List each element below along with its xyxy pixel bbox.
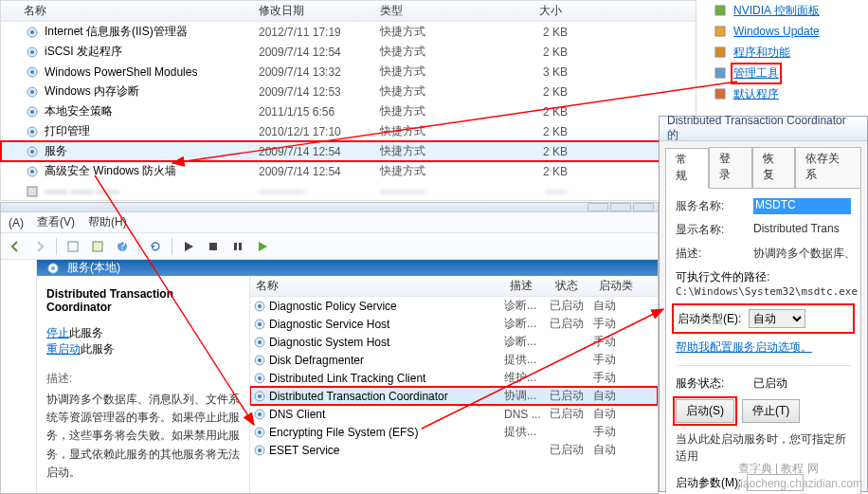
- svg-point-34: [258, 304, 262, 308]
- cpanel-link[interactable]: Windows Update: [733, 25, 820, 38]
- gcol-status[interactable]: 状态: [550, 278, 593, 294]
- menu-action[interactable]: (A): [9, 216, 24, 229]
- menu-help[interactable]: 帮助(H): [88, 214, 127, 230]
- cpanel-link[interactable]: 程序和功能: [733, 45, 790, 61]
- startup-type-select[interactable]: 自动: [749, 309, 805, 328]
- gear-icon: [250, 426, 269, 439]
- play-icon[interactable]: [178, 236, 199, 257]
- service-name: Disk Defragmenter: [269, 354, 504, 367]
- file-name: 本地安全策略: [45, 103, 259, 119]
- start-button[interactable]: 启动(S): [676, 399, 734, 423]
- service-status: 已启动: [550, 442, 593, 458]
- close-button[interactable]: [633, 203, 654, 211]
- stop-icon[interactable]: [203, 236, 224, 257]
- file-row[interactable]: 打印管理2010/12/1 17:10快捷方式2 KB: [1, 121, 696, 141]
- back-icon[interactable]: [5, 236, 26, 257]
- svg-rect-23: [93, 242, 102, 251]
- svg-marker-26: [185, 242, 193, 251]
- service-name: Diagnostic Service Host: [269, 318, 504, 331]
- maximize-button[interactable]: [610, 203, 631, 211]
- refresh-icon[interactable]: [145, 236, 166, 257]
- service-status: 已启动: [550, 316, 593, 332]
- tab-logon[interactable]: 登录: [709, 147, 752, 188]
- service-name: Diagnostic Policy Service: [269, 300, 504, 313]
- file-type: 快捷方式: [380, 64, 492, 80]
- svg-point-46: [258, 412, 262, 416]
- service-desc: 提供...: [504, 424, 550, 440]
- pause-icon[interactable]: [227, 236, 248, 257]
- explorer-window: 名称 修改日期 类型 大小 Internet 信息服务(IIS)管理器2012/…: [0, 0, 696, 201]
- service-desc: 诊断...: [504, 298, 550, 314]
- file-row[interactable]: Windows 内存诊断2009/7/14 12:53快捷方式2 KB: [1, 82, 696, 101]
- col-type[interactable]: 类型: [380, 3, 492, 19]
- export-icon[interactable]: [87, 236, 108, 257]
- file-row[interactable]: 本地安全策略2011/1/15 6:56快捷方式2 KB: [1, 101, 696, 121]
- secpol-icon: [24, 104, 41, 119]
- col-size[interactable]: 大小: [492, 3, 568, 19]
- file-row[interactable]: 高级安全 Windows 防火墙2009/7/14 12:54快捷方式2 KB: [1, 161, 696, 181]
- cpanel-item[interactable]: 管理工具: [707, 63, 868, 83]
- service-row[interactable]: DNS ClientDNS ...已启动自动: [250, 405, 658, 423]
- svg-rect-16: [27, 187, 37, 196]
- gear-icon: [250, 300, 269, 313]
- restart-service-link[interactable]: 重启动: [46, 342, 81, 356]
- forward-icon[interactable]: [29, 236, 50, 257]
- help-link[interactable]: 帮助我配置服务启动选项。: [676, 340, 812, 354]
- dialog-title: Distributed Transaction Coordinator 的: [660, 117, 867, 141]
- col-date[interactable]: 修改日期: [259, 3, 380, 19]
- gear-icon: [250, 336, 269, 349]
- tab-deps[interactable]: 依存关系: [795, 147, 861, 188]
- cpanel-item[interactable]: NVIDIA 控制面板: [707, 0, 868, 21]
- service-row[interactable]: Diagnostic Policy Service诊断...已启动自动: [250, 297, 658, 315]
- service-row[interactable]: Diagnostic Service Host诊断...已启动手动: [250, 315, 658, 333]
- service-row[interactable]: Distributed Transaction Coordinator协调...…: [250, 387, 658, 405]
- svg-point-7: [30, 90, 34, 94]
- gcol-startup[interactable]: 启动类: [593, 278, 639, 294]
- cpanel-item[interactable]: Windows Update: [707, 21, 868, 42]
- svg-point-40: [258, 358, 262, 362]
- svg-rect-22: [68, 242, 78, 251]
- tab-general[interactable]: 常规: [665, 148, 709, 189]
- service-row[interactable]: Disk Defragmenter提供...手动: [250, 351, 658, 369]
- service-row[interactable]: ESET Service已启动自动: [250, 441, 658, 459]
- service-startup: 自动: [593, 406, 639, 422]
- file-size: 2 KB: [492, 165, 568, 178]
- svg-point-38: [258, 340, 262, 344]
- cpanel-item[interactable]: 程序和功能: [707, 42, 868, 63]
- service-row[interactable]: Encrypting File System (EFS)提供...手动: [250, 423, 658, 441]
- col-name[interactable]: 名称: [24, 3, 259, 19]
- help-icon[interactable]: ?: [112, 236, 133, 257]
- service-desc: 诊断...: [504, 316, 550, 332]
- service-status: 已启动: [550, 406, 593, 422]
- properties-icon[interactable]: [63, 236, 83, 257]
- minimize-button[interactable]: [588, 203, 608, 211]
- svg-point-3: [30, 50, 34, 54]
- restart-icon[interactable]: [252, 236, 273, 257]
- stop-button[interactable]: 停止(T): [742, 399, 800, 423]
- svg-rect-18: [715, 27, 725, 36]
- cpanel-link[interactable]: NVIDIA 控制面板: [733, 3, 820, 19]
- service-startup: 手动: [593, 424, 639, 440]
- service-row[interactable]: Diagnostic System Host诊断...手动: [250, 333, 658, 351]
- file-row[interactable]: Internet 信息服务(IIS)管理器2012/7/11 17:19快捷方式…: [1, 22, 696, 42]
- svg-point-36: [258, 322, 262, 326]
- gcol-name[interactable]: 名称: [250, 278, 504, 294]
- cpanel-item[interactable]: 默认程序: [707, 83, 868, 104]
- menu-view[interactable]: 查看(V): [37, 214, 75, 230]
- file-row[interactable]: iSCSI 发起程序2009/7/14 12:54快捷方式2 KB: [1, 42, 696, 62]
- cpanel-link[interactable]: 默认程序: [733, 86, 779, 102]
- dialog-tabs: 常规 登录 恢复 依存关系: [665, 147, 861, 188]
- cpanel-link[interactable]: 管理工具: [733, 65, 779, 82]
- gcol-desc[interactable]: 描述: [504, 278, 550, 294]
- file-row[interactable]: 服务2009/7/14 12:54快捷方式2 KB: [1, 141, 696, 161]
- file-type: 快捷方式: [380, 44, 492, 60]
- tab-recovery[interactable]: 恢复: [752, 147, 796, 188]
- stop-service-link[interactable]: 停止: [46, 326, 69, 339]
- gear-icon: [250, 390, 269, 403]
- file-row[interactable]: Windows PowerShell Modules2009/7/14 13:3…: [1, 62, 696, 82]
- service-desc: 提供...: [504, 352, 550, 368]
- value-service-name: MSDTC: [753, 198, 851, 214]
- service-row[interactable]: Distributed Link Tracking Client维护...手动: [250, 369, 658, 387]
- mmc-tree[interactable]: [1, 260, 37, 493]
- explorer-columns: 名称 修改日期 类型 大小: [1, 1, 696, 22]
